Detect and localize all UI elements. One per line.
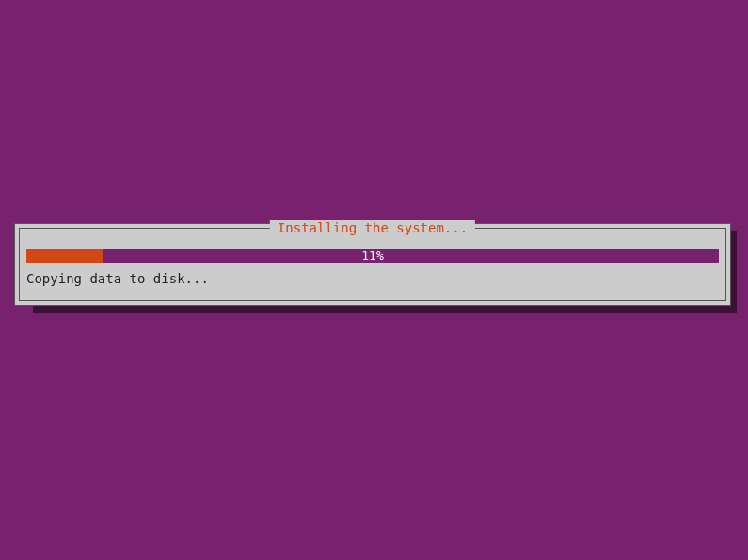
dialog-inner-frame: Installing the system... 11% Copying dat… xyxy=(19,228,726,301)
installer-dialog: Installing the system... 11% Copying dat… xyxy=(14,223,731,306)
progress-status-text: Copying data to disk... xyxy=(26,271,209,286)
dialog-title: Installing the system... xyxy=(270,220,475,235)
progress-bar-fill xyxy=(26,249,103,263)
progress-percentage-label: 11% xyxy=(361,249,383,263)
